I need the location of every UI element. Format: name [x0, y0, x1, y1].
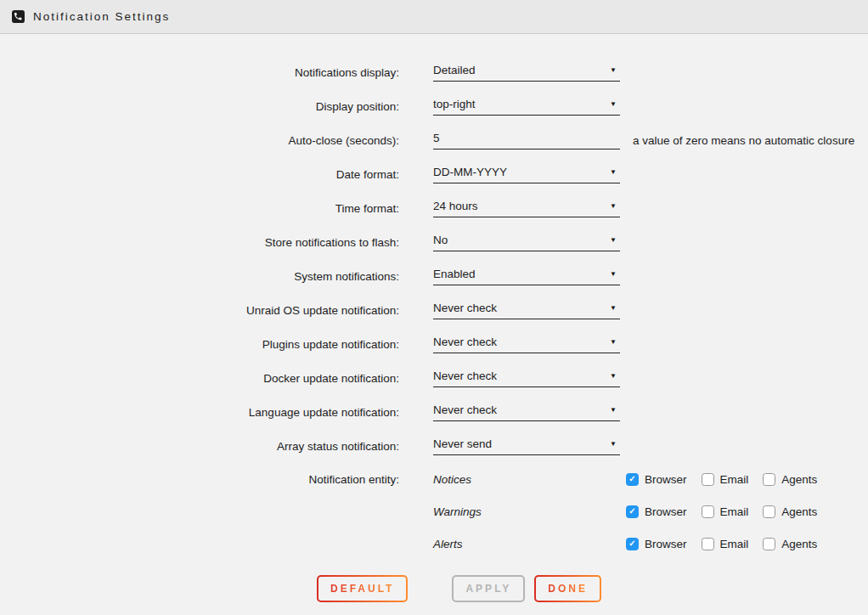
notifications-display-select[interactable]: Detailed ▼: [433, 64, 620, 82]
default-button[interactable]: DEFAULT: [317, 575, 408, 602]
dropdown-arrow-icon: ▼: [610, 406, 617, 414]
notices-email-checkbox[interactable]: ✓: [702, 473, 714, 486]
checkbox-label: Agents: [781, 538, 817, 550]
alerts-browser-checkbox[interactable]: ✓: [626, 538, 639, 550]
row-array-status-notification: Array status notification: Never send ▼: [0, 429, 868, 463]
checkbox-label: Browser: [645, 473, 687, 486]
field-label: Plugins update notification:: [0, 338, 399, 351]
select-value: Never check: [433, 370, 497, 382]
entity-row-alerts: Alerts ✓ Browser ✓ Email ✓ Agents: [0, 528, 868, 560]
dropdown-arrow-icon: ▼: [610, 236, 617, 244]
notices-agents-checkbox[interactable]: ✓: [763, 473, 775, 486]
alerts-agents-checkbox[interactable]: ✓: [763, 538, 775, 550]
checkmark-icon: ✓: [628, 539, 635, 548]
field-label: Language update notification:: [0, 406, 399, 419]
entity-name: Warnings: [433, 505, 626, 518]
field-label: Auto-close (seconds):: [0, 134, 399, 147]
field-label: Notification entity:: [0, 473, 399, 486]
auto-close-help-text: a value of zero means no automatic closu…: [633, 134, 854, 147]
entity-name: Alerts: [433, 538, 626, 550]
checkbox-item: ✓ Email: [702, 505, 749, 518]
checkbox-label: Email: [720, 505, 749, 518]
row-store-to-flash: Store notifications to flash: No ▼: [0, 225, 868, 259]
language-update-select[interactable]: Never check ▼: [433, 403, 620, 421]
time-format-select[interactable]: 24 hours ▼: [433, 200, 620, 217]
field-label: Notifications display:: [0, 66, 399, 79]
select-value: Never check: [433, 403, 497, 416]
warnings-agents-checkbox[interactable]: ✓: [763, 505, 775, 518]
checkbox-item: ✓ Browser: [626, 473, 687, 486]
checkbox-item: ✓ Agents: [763, 538, 817, 550]
checkbox-label: Email: [720, 473, 749, 486]
field-label: Display position:: [0, 100, 399, 113]
checkbox-label: Agents: [781, 505, 817, 518]
select-value: Detailed: [433, 64, 476, 76]
checkbox-item: ✓ Agents: [763, 473, 817, 486]
row-date-format: Date format: DD-MM-YYYY ▼: [0, 157, 868, 191]
row-auto-close: Auto-close (seconds): a value of zero me…: [0, 123, 868, 157]
dropdown-arrow-icon: ▼: [610, 270, 617, 278]
row-os-update-notification: Unraid OS update notification: Never che…: [0, 293, 868, 327]
dropdown-arrow-icon: ▼: [610, 372, 617, 380]
dropdown-arrow-icon: ▼: [610, 304, 617, 312]
alerts-checkbox-group: ✓ Browser ✓ Email ✓ Agents: [626, 538, 817, 550]
apply-button[interactable]: APPLY: [452, 575, 525, 602]
entity-row-notices: Notification entity: Notices ✓ Browser ✓…: [0, 463, 868, 495]
field-label: Array status notification:: [0, 440, 399, 453]
checkmark-icon: ✓: [628, 507, 635, 516]
display-position-select[interactable]: top-right ▼: [433, 98, 620, 116]
os-update-select[interactable]: Never check ▼: [433, 302, 620, 319]
notices-browser-checkbox[interactable]: ✓: [626, 473, 639, 486]
dropdown-arrow-icon: ▼: [610, 440, 617, 448]
select-value: DD-MM-YYYY: [433, 166, 507, 178]
checkbox-label: Agents: [781, 473, 817, 486]
phone-square-icon: [12, 10, 25, 23]
dropdown-arrow-icon: ▼: [610, 100, 617, 108]
button-row: DEFAULT APPLY DONE: [0, 575, 868, 602]
checkbox-label: Browser: [645, 505, 687, 518]
field-label: System notifications:: [0, 270, 399, 283]
docker-update-select[interactable]: Never check ▼: [433, 370, 620, 387]
row-plugins-update-notification: Plugins update notification: Never check…: [0, 327, 868, 361]
field-label: Time format:: [0, 202, 399, 215]
select-value: Never check: [433, 302, 497, 314]
page-header: Notification Settings: [0, 0, 868, 34]
dropdown-arrow-icon: ▼: [610, 66, 617, 74]
plugins-update-select[interactable]: Never check ▼: [433, 336, 620, 353]
field-label: Date format:: [0, 168, 399, 181]
row-system-notifications: System notifications: Enabled ▼: [0, 259, 868, 293]
dropdown-arrow-icon: ▼: [610, 338, 617, 346]
checkbox-item: ✓ Email: [702, 473, 749, 486]
dropdown-arrow-icon: ▼: [610, 168, 617, 176]
warnings-email-checkbox[interactable]: ✓: [702, 505, 714, 518]
done-button[interactable]: DONE: [534, 575, 601, 602]
warnings-browser-checkbox[interactable]: ✓: [626, 505, 639, 518]
row-time-format: Time format: 24 hours ▼: [0, 191, 868, 225]
checkbox-item: ✓ Browser: [626, 505, 687, 518]
dropdown-arrow-icon: ▼: [610, 202, 617, 210]
store-to-flash-select[interactable]: No ▼: [433, 234, 620, 251]
checkbox-item: ✓ Email: [702, 538, 749, 550]
array-status-select[interactable]: Never send ▼: [433, 437, 620, 455]
date-format-select[interactable]: DD-MM-YYYY ▼: [433, 166, 620, 183]
select-value: 24 hours: [433, 200, 478, 212]
checkmark-icon: ✓: [628, 475, 635, 483]
row-display-position: Display position: top-right ▼: [0, 89, 868, 123]
system-notifications-select[interactable]: Enabled ▼: [433, 268, 620, 285]
row-docker-update-notification: Docker update notification: Never check …: [0, 361, 868, 395]
entity-row-warnings: Warnings ✓ Browser ✓ Email ✓ Agents: [0, 495, 868, 528]
field-label: Docker update notification:: [0, 372, 399, 385]
checkbox-item: ✓ Browser: [626, 538, 687, 550]
alerts-email-checkbox[interactable]: ✓: [702, 538, 714, 550]
select-value: Enabled: [433, 268, 476, 280]
notices-checkbox-group: ✓ Browser ✓ Email ✓ Agents: [626, 473, 817, 486]
page-title: Notification Settings: [33, 10, 170, 23]
settings-form: Notifications display: Detailed ▼ Displa…: [0, 34, 868, 602]
field-label: Unraid OS update notification:: [0, 304, 399, 317]
checkbox-label: Email: [720, 538, 749, 550]
select-value: Never check: [433, 336, 497, 348]
entity-name: Notices: [433, 473, 626, 486]
checkbox-label: Browser: [645, 538, 687, 550]
checkbox-item: ✓ Agents: [763, 505, 817, 518]
auto-close-input[interactable]: [433, 132, 620, 150]
